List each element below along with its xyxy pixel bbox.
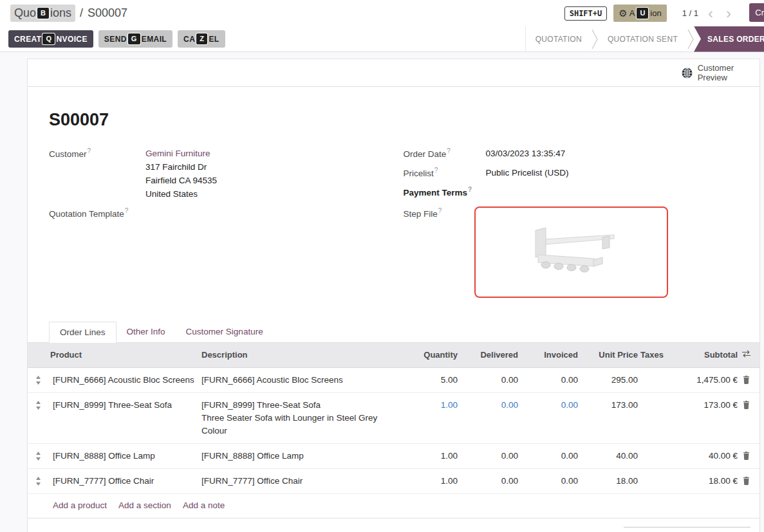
trash-icon: [743, 376, 750, 384]
cell-unit-price[interactable]: 18.00: [579, 469, 639, 493]
add-a-product-link[interactable]: Add a product: [53, 500, 107, 510]
send-email-label-post: EMAIL: [142, 35, 167, 44]
optional-columns-button[interactable]: [739, 343, 759, 358]
cell-product[interactable]: [FURN_8999] Three-Seat Sofa: [49, 393, 200, 417]
step-file-field: Step File?: [404, 206, 739, 298]
status-quotation[interactable]: QUOTATION: [526, 35, 592, 44]
tab-order-lines[interactable]: Order Lines: [49, 322, 116, 343]
pricelist-value[interactable]: Public Pricelist (USD): [486, 166, 569, 179]
drag-handle-icon[interactable]: [28, 393, 49, 410]
drag-handle-icon[interactable]: [28, 368, 49, 385]
customer-address-line2: Fairfield CA 94535: [145, 176, 217, 185]
cancel-label-pre: CA: [183, 35, 195, 44]
send-email-button[interactable]: SEND G EMAIL: [98, 30, 172, 48]
table-row[interactable]: [FURN_7777] Office Chair [FURN_7777] Off…: [28, 469, 759, 494]
cell-invoiced: 0.00: [519, 444, 579, 468]
order-lines-table: Product Description Quantity Delivered I…: [28, 343, 759, 494]
cell-description[interactable]: [FURN_8999] Three-Seat Sofa Three Seater…: [200, 393, 403, 443]
cell-unit-price[interactable]: 295.00: [579, 368, 639, 392]
quotation-template-label: Quotation Template?: [49, 206, 145, 219]
customer-field: Customer? Gemini Furniture 317 Fairchild…: [49, 147, 384, 201]
trash-icon: [743, 452, 750, 460]
order-date-field: Order Date? 03/03/2023 13:35:47: [404, 147, 739, 160]
cell-taxes[interactable]: [639, 393, 670, 405]
customer-address-line1: 317 Fairchild Dr: [145, 162, 207, 172]
cell-quantity[interactable]: 1.00: [403, 393, 459, 417]
header-description[interactable]: Description: [200, 343, 403, 367]
create-invoice-button[interactable]: CREAT Q NVOICE: [8, 30, 93, 48]
cell-product[interactable]: [FURN_8888] Office Lamp: [49, 444, 200, 468]
action-menu-button[interactable]: ⚙ A U ion: [613, 5, 666, 22]
fields-right-column: Order Date? 03/03/2023 13:35:47 Pricelis…: [404, 147, 739, 304]
pager-previous-icon[interactable]: ‹: [705, 6, 716, 21]
pager-next-icon[interactable]: ›: [723, 6, 734, 21]
table-row[interactable]: [FURN_8999] Three-Seat Sofa [FURN_8999] …: [28, 393, 759, 444]
status-quotation-sent[interactable]: QUOTATION SENT: [598, 35, 687, 44]
help-icon: ?: [125, 207, 129, 214]
status-chevron-icon: [592, 28, 598, 50]
cancel-button[interactable]: CA Z EL: [178, 30, 225, 48]
breadcrumb-quotations-text-post: ions: [50, 6, 71, 20]
help-icon: ?: [438, 207, 442, 214]
delete-row-button[interactable]: [739, 368, 759, 384]
cell-description[interactable]: [FURN_7777] Office Chair: [200, 469, 403, 493]
field-grid: Customer? Gemini Furniture 317 Fairchild…: [49, 147, 738, 304]
totals-block: Total: 1,706.00 €: [624, 527, 750, 532]
customer-value: Gemini Furniture 317 Fairchild Dr Fairfi…: [145, 147, 217, 201]
table-row[interactable]: [FURN_6666] Acoustic Bloc Screens [FURN_…: [28, 368, 759, 393]
tab-customer-signature[interactable]: Customer Signature: [176, 322, 274, 342]
cell-quantity[interactable]: 5.00: [403, 368, 459, 392]
cell-taxes[interactable]: [639, 469, 670, 481]
trash-icon: [743, 401, 750, 409]
status-chevron-icon: [687, 28, 694, 50]
step-file-image[interactable]: [474, 206, 668, 298]
order-date-value[interactable]: 03/03/2023 13:35:47: [486, 147, 566, 160]
customer-address-line3: United States: [145, 189, 198, 199]
table-row[interactable]: [FURN_8888] Office Lamp [FURN_8888] Offi…: [28, 444, 759, 469]
tab-other-info[interactable]: Other Info: [116, 322, 176, 342]
add-a-section-link[interactable]: Add a section: [118, 500, 171, 510]
shortcut-hint-b-badge: B: [37, 8, 49, 19]
cell-product[interactable]: [FURN_7777] Office Chair: [49, 469, 200, 493]
add-a-note-link[interactable]: Add a note: [183, 500, 225, 510]
cell-unit-price[interactable]: 40.00: [579, 444, 639, 468]
topbar-right: SHIFT+U ⚙ A U ion 1 / 1 ‹ ›: [564, 5, 734, 22]
table-footer-links: Add a product Add a section Add a note: [28, 494, 759, 518]
customer-link[interactable]: Gemini Furniture: [145, 149, 210, 158]
header-handle-spacer: [28, 343, 49, 354]
delete-row-button[interactable]: [739, 444, 759, 460]
delete-row-button[interactable]: [739, 469, 759, 485]
help-icon: ?: [447, 147, 451, 154]
header-subtotal[interactable]: Subtotal: [670, 343, 739, 367]
drag-handle-icon[interactable]: [28, 444, 49, 461]
header-taxes[interactable]: Taxes: [639, 343, 670, 367]
corner-button[interactable]: Cr: [749, 3, 764, 22]
cell-unit-price[interactable]: 173.00: [579, 393, 639, 417]
statusbar: QUOTATION QUOTATION SENT SALES ORDER: [525, 26, 764, 52]
pricelist-field: Pricelist? Public Pricelist (USD): [404, 166, 739, 179]
cell-taxes[interactable]: [639, 368, 670, 380]
breadcrumb: Quo B ions / S00007: [10, 5, 127, 22]
pager-count: 1 / 1: [682, 8, 698, 18]
header-invoiced[interactable]: Invoiced: [519, 343, 579, 367]
cell-subtotal: 40.00 €: [670, 444, 739, 468]
cell-taxes[interactable]: [639, 444, 670, 455]
drag-handle-icon[interactable]: [28, 469, 49, 486]
shortcut-hint-shift-u-badge: SHIFT+U: [564, 6, 608, 21]
header-quantity[interactable]: Quantity: [403, 343, 459, 367]
status-sales-order[interactable]: SALES ORDER: [694, 26, 764, 52]
cell-description[interactable]: [FURN_6666] Acoustic Bloc Screens: [200, 368, 403, 392]
payment-terms-field[interactable]: Payment Terms?: [404, 185, 739, 197]
breadcrumb-quotations[interactable]: Quo B ions: [10, 5, 75, 22]
header-delivered[interactable]: Delivered: [459, 343, 519, 367]
header-unit-price[interactable]: Unit Price: [579, 343, 639, 367]
customer-preview-button[interactable]: Customer Preview: [682, 63, 734, 82]
cell-description[interactable]: [FURN_8888] Office Lamp: [200, 444, 403, 468]
help-icon: ?: [88, 147, 91, 154]
delete-row-button[interactable]: [739, 393, 759, 409]
cell-quantity[interactable]: 1.00: [403, 469, 459, 493]
header-product[interactable]: Product: [49, 343, 200, 367]
cell-product[interactable]: [FURN_6666] Acoustic Bloc Screens: [49, 368, 200, 392]
cell-quantity[interactable]: 1.00: [403, 444, 459, 468]
quotation-template-field[interactable]: Quotation Template?: [49, 206, 384, 219]
